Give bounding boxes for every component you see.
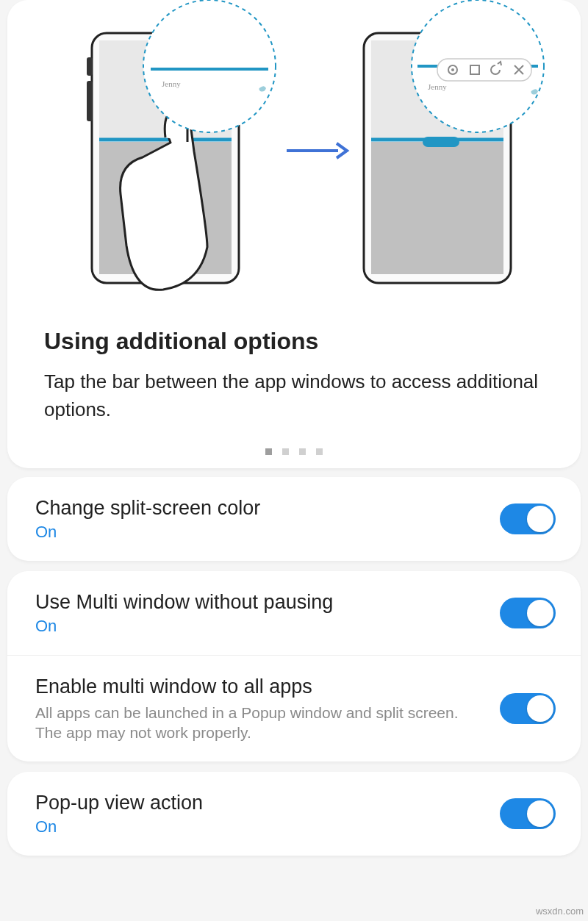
toggle-knob	[527, 800, 553, 827]
svg-rect-13	[371, 142, 503, 274]
toggle-knob	[527, 695, 553, 722]
svg-rect-2	[87, 57, 93, 76]
page-dot[interactable]	[282, 448, 289, 455]
toggle-switch[interactable]	[500, 598, 556, 628]
page-dot[interactable]	[299, 448, 306, 455]
setting-card: Pop-up view action On	[7, 772, 581, 856]
svg-rect-14	[423, 137, 459, 147]
setting-card: Change split-screen color On	[7, 477, 581, 561]
setting-multiwindow-no-pause[interactable]: Use Multi window without pausing On	[7, 571, 581, 655]
watermark: wsxdn.com	[536, 906, 584, 917]
setting-title: Pop-up view action	[35, 791, 485, 816]
svg-point-19	[451, 68, 454, 71]
setting-status: On	[35, 523, 485, 542]
svg-point-6	[143, 0, 276, 132]
tip-card[interactable]: Jenny	[7, 0, 581, 468]
setting-subtext: All apps can be launched in a Popup wind…	[35, 703, 485, 743]
toggle-switch[interactable]	[500, 503, 556, 534]
setting-title: Use Multi window without pausing	[35, 590, 485, 615]
toggle-switch[interactable]	[500, 798, 556, 829]
setting-status: On	[35, 817, 485, 836]
svg-text:Jenny: Jenny	[428, 82, 447, 91]
setting-popup-view-action[interactable]: Pop-up view action On	[7, 772, 581, 856]
page-dot[interactable]	[265, 448, 272, 455]
toggle-switch[interactable]	[500, 693, 556, 724]
setting-status: On	[35, 617, 485, 636]
setting-title: Enable multi window to all apps	[35, 675, 485, 700]
page-dots[interactable]	[7, 448, 581, 455]
setting-title: Change split-screen color	[35, 496, 485, 521]
toggle-knob	[527, 506, 553, 532]
multiwindow-illustration: Jenny	[7, 0, 581, 301]
setting-card: Use Multi window without pausing On Enab…	[7, 571, 581, 761]
svg-text:Jenny: Jenny	[162, 79, 181, 88]
tip-description: Tap the bar between the app windows to a…	[44, 368, 544, 423]
toggle-knob	[527, 600, 553, 626]
page-dot[interactable]	[316, 448, 323, 455]
tip-title: Using additional options	[44, 328, 544, 355]
setting-change-split-color[interactable]: Change split-screen color On	[7, 477, 581, 561]
setting-enable-multiwindow-all[interactable]: Enable multi window to all apps All apps…	[7, 655, 581, 761]
svg-rect-1	[87, 81, 93, 121]
